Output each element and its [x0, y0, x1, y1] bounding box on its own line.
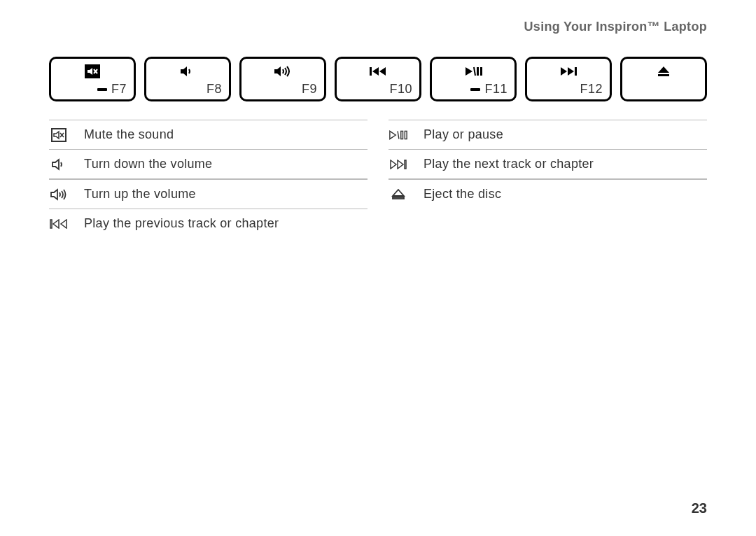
function-keys-row: F7 F8: [49, 57, 707, 101]
dash-icon: [97, 88, 107, 91]
legend-row-next: Play the next track or chapter: [388, 149, 707, 179]
legend-row-mute: Mute the sound: [49, 120, 368, 149]
legend-text: Play or pause: [424, 127, 503, 142]
eject-icon: [657, 63, 671, 80]
legend-row-voldown: Turn down the volume: [49, 149, 368, 179]
volume-up-outline-icon: [49, 188, 69, 201]
svg-rect-17: [405, 160, 406, 169]
svg-rect-7: [480, 67, 482, 76]
key-label: F7: [111, 82, 127, 97]
key-f8: F8: [144, 57, 231, 101]
key-label: F10: [389, 82, 412, 97]
play-pause-outline-icon: [388, 130, 408, 140]
legend-row-eject: Eject the disc: [388, 179, 707, 209]
legend-text: Play the next track or chapter: [424, 157, 594, 171]
legend-text: Play the previous track or chapter: [84, 216, 279, 231]
key-label: F9: [302, 82, 317, 97]
legend-row-volup: Turn up the volume: [49, 179, 368, 209]
legend-row-playpause: Play or pause: [388, 120, 707, 149]
legend-row-prev: Play the previous track or chapter: [49, 209, 368, 238]
next-outline-icon: [388, 160, 408, 169]
legend-text: Turn up the volume: [84, 187, 196, 202]
svg-rect-13: [50, 220, 52, 228]
svg-rect-18: [393, 197, 404, 199]
dash-icon: [470, 88, 480, 91]
volume-down-outline-icon: [49, 158, 69, 171]
mute-icon: [85, 63, 100, 80]
svg-rect-4: [370, 67, 372, 76]
svg-rect-16: [405, 131, 407, 139]
key-label: F11: [484, 82, 507, 97]
volume-down-icon: [179, 63, 196, 80]
key-f12: F12: [525, 57, 612, 101]
legend-text: Eject the disc: [424, 187, 501, 202]
legend: Mute the sound Turn down the volume: [49, 120, 707, 238]
page-header: Using Your Inspiron™ Laptop: [49, 20, 707, 34]
previous-track-icon: [369, 63, 387, 80]
legend-left-column: Mute the sound Turn down the volume: [49, 120, 368, 238]
key-f11: F11: [430, 57, 517, 101]
legend-right-column: Play or pause Play the next track or cha…: [388, 120, 707, 238]
svg-line-14: [398, 131, 399, 139]
volume-up-icon: [273, 63, 293, 80]
svg-line-5: [474, 67, 475, 76]
key-f10: F10: [335, 57, 421, 101]
svg-rect-6: [477, 67, 479, 76]
next-track-icon: [559, 63, 578, 80]
legend-text: Turn down the volume: [84, 157, 212, 171]
previous-outline-icon: [49, 219, 69, 229]
eject-outline-icon: [388, 189, 408, 200]
key-f7: F7: [49, 57, 136, 101]
key-label: F12: [580, 82, 603, 97]
key-f9: F9: [239, 57, 326, 101]
svg-rect-9: [658, 74, 669, 76]
key-label: F8: [206, 82, 222, 97]
legend-text: Mute the sound: [84, 127, 174, 142]
page-number: 23: [692, 500, 707, 516]
mute-outline-icon: [49, 128, 69, 142]
svg-rect-8: [575, 67, 577, 76]
svg-rect-15: [401, 131, 403, 139]
key-eject: [620, 57, 707, 101]
play-pause-icon: [464, 63, 482, 80]
